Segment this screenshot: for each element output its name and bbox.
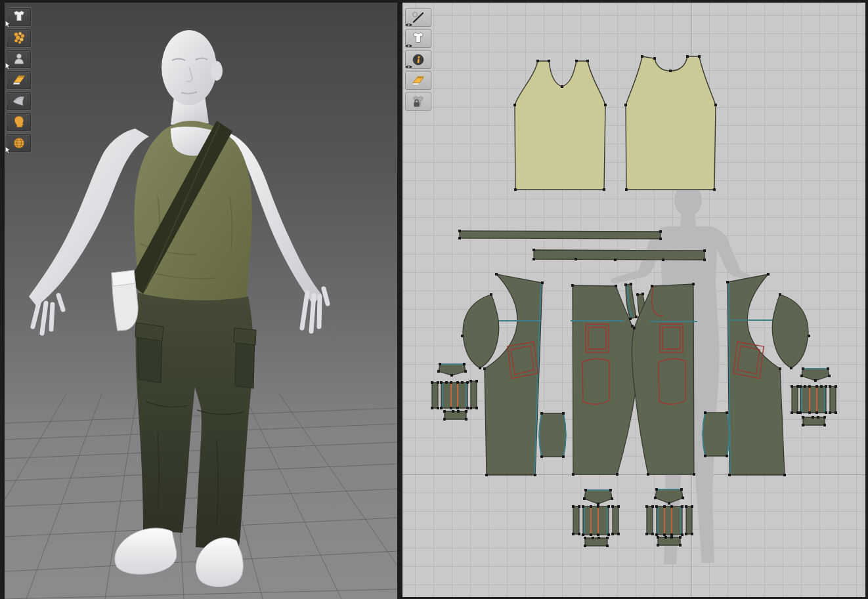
pattern-point[interactable] xyxy=(463,363,466,365)
pattern-point[interactable] xyxy=(681,505,684,508)
pattern-strap-long[interactable] xyxy=(458,230,662,240)
pattern-point[interactable] xyxy=(662,258,664,261)
viewport-3d[interactable] xyxy=(5,3,397,599)
pattern-point[interactable] xyxy=(597,503,599,505)
pattern-point[interactable] xyxy=(645,505,648,508)
pattern-point[interactable] xyxy=(578,505,580,508)
pattern-point[interactable] xyxy=(799,385,802,388)
pattern-point[interactable] xyxy=(624,104,627,106)
pattern-point[interactable] xyxy=(540,412,543,415)
pattern-point[interactable] xyxy=(443,410,446,413)
pattern-point[interactable] xyxy=(607,533,610,536)
pattern-point[interactable] xyxy=(437,370,440,373)
pattern-point[interactable] xyxy=(814,379,817,382)
pattern-point[interactable] xyxy=(682,497,684,499)
pattern-point[interactable] xyxy=(532,249,535,251)
pattern-point[interactable] xyxy=(670,536,673,539)
pattern-point[interactable] xyxy=(800,375,803,377)
pattern-pocket-group-bottom-b[interactable] xyxy=(645,488,693,547)
pattern-point[interactable] xyxy=(469,380,472,382)
pattern-pants-front-right[interactable] xyxy=(632,283,697,476)
pattern-point[interactable] xyxy=(679,536,682,539)
pattern-point[interactable] xyxy=(685,533,687,535)
pattern-point[interactable] xyxy=(767,273,770,276)
pattern-point[interactable] xyxy=(808,385,811,388)
pattern-point[interactable] xyxy=(691,533,693,535)
pattern-point[interactable] xyxy=(575,60,578,62)
pattern-point[interactable] xyxy=(802,367,804,370)
pattern-point[interactable] xyxy=(590,533,592,536)
pattern-point[interactable] xyxy=(703,258,706,261)
pattern-point[interactable] xyxy=(572,473,575,476)
pattern-point[interactable] xyxy=(617,505,620,508)
pattern-point[interactable] xyxy=(495,273,498,276)
pattern-point[interactable] xyxy=(562,455,565,458)
avatar-head-button[interactable] xyxy=(6,112,32,132)
pattern-point[interactable] xyxy=(659,238,662,240)
pattern-point[interactable] xyxy=(464,370,467,373)
pattern-point[interactable] xyxy=(440,407,443,409)
pattern-point[interactable] xyxy=(827,367,829,370)
pattern-point[interactable] xyxy=(465,410,467,413)
pattern-point[interactable] xyxy=(534,474,536,476)
pattern-point[interactable] xyxy=(445,381,448,384)
pattern-point[interactable] xyxy=(456,381,459,384)
pattern-point[interactable] xyxy=(703,249,706,252)
pattern-point[interactable] xyxy=(439,363,441,365)
pattern-point[interactable] xyxy=(586,60,589,62)
garment-visibility-button[interactable] xyxy=(405,29,431,48)
pattern-point[interactable] xyxy=(655,533,658,536)
pattern-point[interactable] xyxy=(583,497,586,500)
pattern-point[interactable] xyxy=(561,85,563,88)
pattern-point[interactable] xyxy=(437,381,439,384)
pattern-point[interactable] xyxy=(651,533,654,535)
pattern-point[interactable] xyxy=(625,188,628,191)
pattern-point[interactable] xyxy=(670,505,673,508)
pattern-point[interactable] xyxy=(829,411,831,414)
pattern-point[interactable] xyxy=(575,258,577,260)
pattern-point[interactable] xyxy=(704,411,706,414)
pattern-point[interactable] xyxy=(796,411,799,414)
fabric-button[interactable] xyxy=(6,70,32,90)
fabric-button-2d[interactable] xyxy=(405,71,431,90)
pattern-point[interactable] xyxy=(692,283,695,285)
pattern-point[interactable] xyxy=(611,505,614,508)
pattern-point[interactable] xyxy=(571,284,574,287)
pattern-yoke-crescent-left[interactable] xyxy=(461,293,499,369)
pattern-point[interactable] xyxy=(443,418,446,421)
pattern-point[interactable] xyxy=(669,70,672,72)
pattern-tank-back[interactable] xyxy=(624,55,717,191)
pattern-point[interactable] xyxy=(704,455,706,457)
pattern-point[interactable] xyxy=(465,418,467,421)
pattern-point[interactable] xyxy=(597,537,600,539)
pattern-point[interactable] xyxy=(615,285,617,287)
pattern-point[interactable] xyxy=(679,544,682,547)
pattern-point[interactable] xyxy=(680,488,683,491)
pattern-point[interactable] xyxy=(614,258,617,261)
pattern-point[interactable] xyxy=(691,505,693,508)
pattern-point[interactable] xyxy=(713,188,716,191)
pattern-editor-2d[interactable] xyxy=(402,3,865,597)
pattern-point[interactable] xyxy=(437,407,439,409)
pattern-point[interactable] xyxy=(450,381,452,384)
pattern-point[interactable] xyxy=(629,318,632,320)
pattern-point[interactable] xyxy=(835,411,837,414)
pattern-point[interactable] xyxy=(817,416,819,419)
pattern-point[interactable] xyxy=(686,55,689,58)
pattern-point[interactable] xyxy=(562,412,565,415)
pattern-point[interactable] xyxy=(804,385,806,388)
pattern-point[interactable] xyxy=(681,533,684,536)
pattern-point[interactable] xyxy=(466,381,469,384)
pattern-point[interactable] xyxy=(607,505,610,508)
pattern-point[interactable] xyxy=(609,489,612,491)
pattern-point[interactable] xyxy=(823,416,826,419)
pattern-point[interactable] xyxy=(791,411,793,414)
pattern-yoke-crescent-right[interactable] xyxy=(772,293,810,369)
pattern-point[interactable] xyxy=(825,385,827,388)
pattern-point[interactable] xyxy=(483,367,486,370)
pattern-point[interactable] xyxy=(659,230,662,233)
pattern-point[interactable] xyxy=(664,536,667,539)
pattern-point[interactable] xyxy=(485,474,488,476)
pattern-point[interactable] xyxy=(802,416,804,419)
pattern-point[interactable] xyxy=(475,380,478,382)
